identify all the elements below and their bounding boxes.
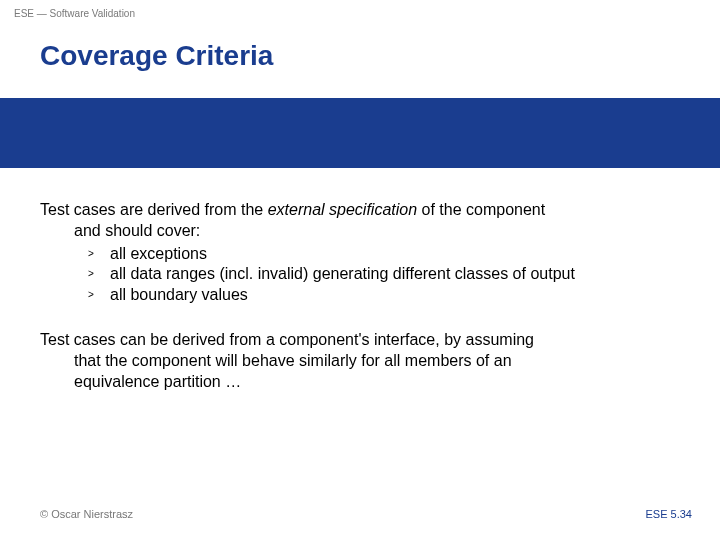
course-header: ESE — Software Validation bbox=[14, 8, 135, 19]
p2-l1-pre: Test cases can be derived from a compone… bbox=[40, 331, 374, 348]
p1-pre: Test cases are derived from the bbox=[40, 201, 268, 218]
slide-title: Coverage Criteria bbox=[40, 40, 273, 72]
paragraph-1-line-2: and should cover: bbox=[40, 221, 680, 242]
slide: ESE — Software Validation Coverage Crite… bbox=[0, 0, 720, 540]
footer-copyright: © Oscar Nierstrasz bbox=[40, 508, 133, 520]
p1-post: of the component bbox=[417, 201, 545, 218]
footer-pageref: ESE 5.34 bbox=[646, 508, 692, 520]
p2-line-3: equivalence partition … bbox=[40, 372, 680, 393]
p2-l3-post: … bbox=[221, 373, 241, 390]
paragraph-2: Test cases can be derived from a compone… bbox=[40, 330, 680, 392]
p2-l1-post: , by assuming bbox=[435, 331, 534, 348]
bullet-list: all exceptions all data ranges (incl. in… bbox=[40, 244, 680, 306]
paragraph-1-line-1: Test cases are derived from the external… bbox=[40, 200, 680, 221]
p2-l3-em: equivalence partition bbox=[74, 373, 221, 390]
p2-line-1: Test cases can be derived from a compone… bbox=[40, 330, 680, 351]
title-band bbox=[0, 98, 720, 168]
p2-line-2: that the component will behave similarly… bbox=[40, 351, 680, 372]
p1-em: external specification bbox=[268, 201, 417, 218]
list-item: all exceptions bbox=[40, 244, 680, 265]
list-item: all data ranges (incl. invalid) generati… bbox=[40, 264, 680, 285]
slide-body: Test cases are derived from the external… bbox=[40, 200, 680, 392]
list-item: all boundary values bbox=[40, 285, 680, 306]
p2-l1-em: interface bbox=[374, 331, 435, 348]
